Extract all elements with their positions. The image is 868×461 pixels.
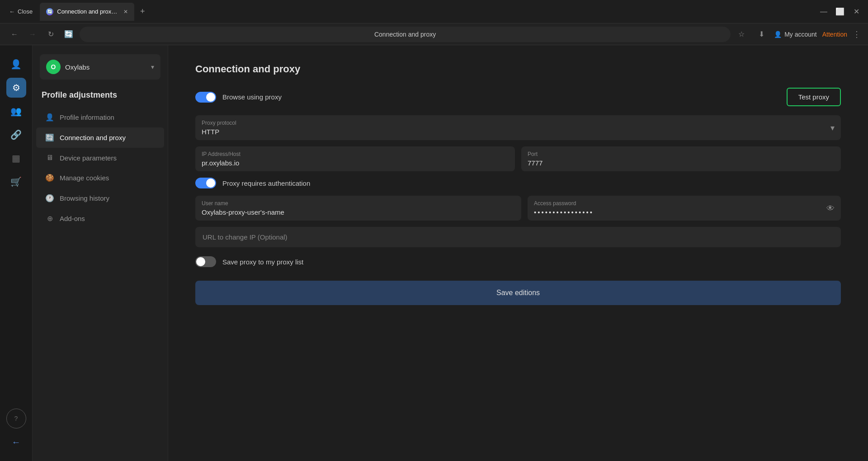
browse-proxy-row: Browse using proxy Test proxy — [195, 88, 841, 106]
menu-label-connection-proxy: Connection and proxy — [60, 134, 126, 141]
attention-label: Attention — [822, 31, 847, 38]
proxy-protocol-label: Proxy protocol — [202, 120, 236, 126]
browse-proxy-label: Browse using proxy — [222, 93, 282, 101]
port-field[interactable]: Port 7777 — [521, 146, 841, 171]
menu-item-add-ons[interactable]: ⊕ Add-ons — [36, 208, 164, 229]
add-ons-icon: ⊕ — [45, 214, 54, 223]
title-bar: ← Close 🔄 Connection and prox… ✕ + — ⬜ ✕ — [0, 0, 868, 24]
proxy-protocol-inner: Proxy protocol HTTP — [202, 120, 236, 136]
url-label: URL to change IP (Optional) — [203, 233, 288, 241]
password-field[interactable]: Access password •••••••••••••••• — [528, 196, 841, 221]
refresh-button[interactable]: ↻ — [43, 27, 58, 42]
username-label: User name — [202, 200, 515, 207]
back-button[interactable]: ← — [7, 27, 22, 42]
sidebar-back-button[interactable]: ← — [6, 432, 26, 452]
bookmark-button[interactable]: ☆ — [734, 27, 749, 42]
port-value: 7777 — [528, 159, 835, 167]
menu-item-connection-proxy[interactable]: 🔄 Connection and proxy — [36, 127, 164, 148]
menu-label-profile-info: Profile information — [60, 113, 114, 121]
icon-sidebar: 👤 ⚙ 👥 🔗 ▦ 🛒 ? ← — [0, 45, 33, 461]
section-title: Connection and proxy — [195, 63, 841, 75]
my-account-button[interactable]: 👤 My account — [774, 31, 817, 38]
save-editions-button[interactable]: Save editions — [195, 281, 841, 305]
protocol-chevron-icon: ▾ — [830, 123, 835, 133]
tab-close-button[interactable]: ✕ — [123, 9, 128, 15]
profile-panel: O Oxylabs ▾ Profile adjustments 👤 Profil… — [33, 45, 168, 461]
account-icon: 👤 — [774, 31, 782, 38]
test-proxy-button[interactable]: Test proxy — [787, 88, 841, 106]
browse-proxy-toggle[interactable] — [195, 92, 216, 103]
profile-info-icon: 👤 — [45, 113, 54, 122]
url-icon: 🔄 — [61, 27, 76, 42]
profile-avatar: O — [46, 60, 61, 74]
nav-right: ☆ ⬇ 👤 My account Attention ⋮ — [734, 27, 861, 42]
sidebar-icon-table[interactable]: ▦ — [6, 148, 26, 168]
close-button[interactable]: ← Close — [5, 6, 36, 17]
username-value: Oxylabs-proxy-user's-name — [202, 208, 515, 216]
menu-label-device-params: Device parameters — [60, 154, 117, 162]
password-label: Access password — [534, 200, 821, 207]
avatar-letter: O — [51, 63, 56, 71]
chevron-down-icon: ▾ — [151, 63, 154, 71]
download-button[interactable]: ⬇ — [754, 27, 769, 42]
auth-knob — [206, 179, 215, 188]
url-change-ip-field[interactable]: URL to change IP (Optional) — [195, 227, 841, 247]
menu-label-browsing-history: Browsing history — [60, 194, 109, 202]
manage-cookies-icon: 🍪 — [45, 174, 54, 182]
ip-host-field[interactable]: IP Address/Host pr.oxylabs.io — [195, 146, 515, 171]
device-params-icon: 🖥 — [45, 154, 54, 162]
more-button[interactable]: ⋮ — [853, 29, 861, 39]
browsing-history-icon: 🕐 — [45, 194, 54, 202]
menu-item-browsing-history[interactable]: 🕐 Browsing history — [36, 188, 164, 208]
ip-port-row: IP Address/Host pr.oxylabs.io Port 7777 — [195, 146, 841, 171]
nav-bar: ← → ↻ 🔄 Connection and proxy ☆ ⬇ 👤 My ac… — [0, 24, 868, 45]
new-tab-button[interactable]: + — [136, 5, 149, 18]
content-area: Connection and proxy Browse using proxy … — [168, 45, 868, 461]
proxy-protocol-field[interactable]: Proxy protocol HTTP ▾ — [195, 115, 841, 140]
close-label: Close — [18, 8, 33, 15]
forward-button[interactable]: → — [25, 27, 40, 42]
ip-host-value: pr.oxylabs.io — [202, 159, 509, 167]
tab-title: Connection and prox… — [57, 8, 117, 15]
auth-toggle[interactable] — [195, 178, 216, 188]
maximize-button[interactable]: ⬜ — [834, 5, 846, 18]
show-password-icon[interactable]: 👁 — [826, 203, 835, 213]
port-label: Port — [528, 151, 835, 157]
main-layout: 👤 ⚙ 👥 🔗 ▦ 🛒 ? ← O Oxylabs ▾ Profile adju… — [0, 45, 868, 461]
sidebar-icon-team[interactable]: 👥 — [6, 101, 26, 121]
sidebar-icon-shopping[interactable]: 🛒 — [6, 172, 26, 192]
close-arrow: ← — [9, 8, 15, 15]
profile-name: Oxylabs — [65, 63, 146, 71]
save-proxy-label: Save proxy to my proxy list — [222, 258, 303, 266]
address-bar[interactable]: Connection and proxy — [80, 27, 731, 42]
sidebar-icon-link[interactable]: 🔗 — [6, 125, 26, 145]
sidebar-icon-help[interactable]: ? — [6, 409, 26, 428]
minimize-button[interactable]: — — [817, 5, 830, 18]
my-account-label: My account — [784, 31, 817, 38]
sidebar-icon-profile[interactable]: 👤 — [6, 54, 26, 74]
username-field[interactable]: User name Oxylabs-proxy-user's-name — [195, 196, 521, 221]
password-value: •••••••••••••••• — [534, 208, 821, 216]
close-window-button[interactable]: ✕ — [850, 5, 863, 18]
menu-item-profile-info[interactable]: 👤 Profile information — [36, 107, 164, 127]
save-proxy-toggle[interactable] — [195, 256, 216, 267]
auth-label: Proxy requires authentication — [222, 179, 310, 187]
connection-proxy-icon: 🔄 — [45, 133, 54, 142]
window-controls: — ⬜ ✕ — [817, 5, 863, 18]
active-tab[interactable]: 🔄 Connection and prox… ✕ — [40, 3, 134, 21]
profile-selector[interactable]: O Oxylabs ▾ — [40, 54, 160, 80]
menu-item-manage-cookies[interactable]: 🍪 Manage cookies — [36, 168, 164, 188]
menu-label-manage-cookies: Manage cookies — [60, 174, 109, 182]
menu-label-add-ons: Add-ons — [60, 215, 85, 222]
proxy-protocol-value: HTTP — [202, 128, 236, 136]
sidebar-icon-settings[interactable]: ⚙ — [6, 78, 26, 98]
address-text: Connection and proxy — [86, 31, 724, 38]
tab-bar: 🔄 Connection and prox… ✕ + — [40, 3, 814, 21]
profile-section-title: Profile adjustments — [33, 90, 168, 107]
save-proxy-knob — [196, 257, 205, 266]
password-field-container: Access password •••••••••••••••• 👁 — [528, 196, 841, 221]
browse-proxy-knob — [206, 93, 215, 102]
attention-button[interactable]: Attention — [822, 31, 847, 38]
menu-item-device-params[interactable]: 🖥 Device parameters — [36, 148, 164, 168]
tab-icon: 🔄 — [46, 8, 53, 15]
